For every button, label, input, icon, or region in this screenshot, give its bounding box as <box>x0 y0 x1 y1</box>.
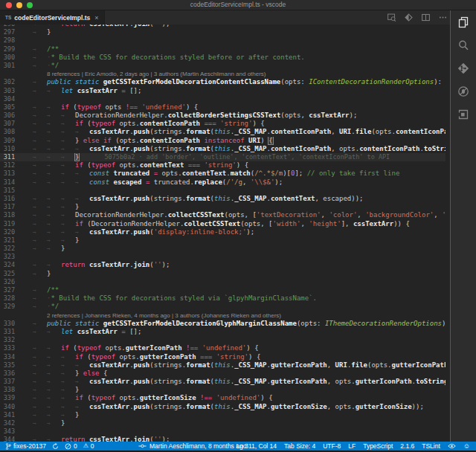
line-number[interactable]: 306 <box>0 112 19 120</box>
line-number[interactable]: 318 <box>0 211 19 219</box>
code-text[interactable]: →→→→cssTextArr.push(strings.format(this.… <box>19 128 446 136</box>
code-text[interactable]: →/** <box>19 45 446 54</box>
code-text[interactable]: →→→} <box>19 386 446 394</box>
code-text[interactable] <box>19 278 446 286</box>
line-number[interactable]: 324 <box>0 261 19 269</box>
line-number[interactable]: 307 <box>0 120 19 128</box>
code-text[interactable]: →→→if (typeof opts.contentIconPath === '… <box>19 120 446 128</box>
code-text[interactable] <box>19 95 446 103</box>
code-text[interactable]: →→→if (typeof opts.contentText === 'stri… <box>19 161 446 170</box>
split-editor-button[interactable] <box>420 13 431 23</box>
line-number[interactable]: 340 <box>0 403 19 411</box>
explorer-button[interactable] <box>457 16 470 29</box>
line-number[interactable]: 321 <box>0 236 19 245</box>
code-text[interactable]: →→→→const escaped = truncated.replace(/'… <box>19 178 446 187</box>
line-number[interactable]: 301 <box>0 62 19 70</box>
line-number[interactable]: 315 <box>0 187 19 195</box>
code-text[interactable]: →→→DecorationRenderHelper.collectBorderS… <box>19 112 446 120</box>
more-actions-button[interactable] <box>437 13 448 23</box>
code-text[interactable]: →→return cssTextArr.join(''); <box>19 261 446 269</box>
code-text[interactable]: →→→} else if (opts.contentIconPath insta… <box>19 137 446 145</box>
code-text[interactable]: →→→}5075b0a2 · add 'border', 'outline', … <box>19 153 446 161</box>
line-number[interactable]: 330 <box>0 320 19 328</box>
codelens-text[interactable]: 2 references | Johannes Rieken, 4 months… <box>19 311 446 320</box>
typescript-version[interactable]: 2.1.6 <box>400 442 414 450</box>
code-text[interactable]: →·*/ <box>19 303 446 311</box>
close-tab-icon[interactable]: × <box>94 14 98 22</box>
code-text[interactable] <box>19 253 446 261</box>
line-number[interactable]: 327 <box>0 286 19 294</box>
tab-size-indicator[interactable]: Tab Size: 4 <box>284 442 315 450</box>
code-text[interactable]: →→→DecorationRenderHelper.collectCSSText… <box>19 211 446 219</box>
tslint-status[interactable]: TSLint <box>422 442 440 450</box>
line-number[interactable]: 344 <box>0 436 19 442</box>
code-text[interactable]: →→if (typeof opts.gutterIconPath !== 'un… <box>19 344 446 352</box>
open-changes-button[interactable] <box>403 13 414 23</box>
line-number[interactable]: 332 <box>0 336 19 344</box>
tab-codeEditorServiceImpl[interactable]: TS codeEditorServiceImpl.ts × <box>0 10 105 25</box>
line-number[interactable]: 316 <box>0 195 19 203</box>
code-text[interactable]: →→let cssTextArr = []; <box>19 87 446 95</box>
cursor-position[interactable]: Ln 311, Col 14 <box>236 442 277 450</box>
line-number[interactable]: 339 <box>0 394 19 402</box>
line-number[interactable]: 298 <box>0 36 19 45</box>
code-text[interactable]: →→→} <box>19 411 446 419</box>
line-number[interactable]: 310 <box>0 145 19 153</box>
line-number[interactable]: 328 <box>0 294 19 303</box>
line-number[interactable]: 329 <box>0 303 19 311</box>
code-text[interactable]: →→} <box>19 419 446 427</box>
line-number[interactable]: 304 <box>0 95 19 103</box>
encoding-indicator[interactable]: UTF-8 <box>323 442 341 450</box>
code-text[interactable] <box>19 187 446 195</box>
line-number[interactable]: 303 <box>0 87 19 95</box>
code-text[interactable]: →} <box>19 270 446 278</box>
line-number[interactable]: 331 <box>0 328 19 336</box>
code-text[interactable]: →→→→cssTextArr.push(strings.format(this.… <box>19 195 446 203</box>
code-text[interactable]: →→→} <box>19 203 446 211</box>
line-number[interactable]: 311 <box>0 153 19 161</box>
line-number[interactable]: 325 <box>0 270 19 278</box>
code-text[interactable]: →→→if (DecorationRenderHelper.collectCSS… <box>19 220 446 228</box>
line-number[interactable]: 323 <box>0 253 19 261</box>
line-number[interactable]: 309 <box>0 137 19 145</box>
line-number[interactable]: 341 <box>0 411 19 419</box>
code-text[interactable]: →→→→cssTextArr.push('display:inline-bloc… <box>19 228 446 236</box>
debug-button[interactable] <box>457 85 470 98</box>
line-number[interactable]: 317 <box>0 203 19 211</box>
line-number[interactable]: 314 <box>0 178 19 187</box>
line-number[interactable]: 342 <box>0 419 19 427</box>
code-text[interactable]: →→→→cssTextArr.push(strings.format(this.… <box>19 145 446 153</box>
line-number[interactable]: 320 <box>0 228 19 236</box>
line-number[interactable]: 313 <box>0 170 19 178</box>
line-number[interactable]: 297 <box>0 28 19 36</box>
line-number[interactable]: 305 <box>0 103 19 112</box>
code-text[interactable]: →→if (typeof opts !== 'undefined') { <box>19 103 446 112</box>
line-number[interactable]: 338 <box>0 386 19 394</box>
line-number[interactable]: 319 <box>0 220 19 228</box>
code-text[interactable]: →→→if (typeof opts.gutterIconPath === 's… <box>19 353 446 361</box>
line-number[interactable]: 299 <box>0 45 19 54</box>
git-branch-status[interactable]: fixes-20137 <box>5 442 46 450</box>
line-number[interactable]: 326 <box>0 278 19 286</box>
code-text[interactable] <box>19 336 446 344</box>
code-text[interactable] <box>19 427 446 436</box>
warning-count[interactable]: ⚠ 0 <box>83 442 94 450</box>
code-text[interactable]: →·*/ <box>19 62 446 70</box>
line-number[interactable] <box>0 70 19 78</box>
blame-status[interactable]: Martin Aeschlimann, 8 months ago <box>149 442 246 450</box>
search-button[interactable] <box>457 39 470 52</box>
language-mode[interactable]: TypeScript <box>363 442 393 450</box>
code-text[interactable]: →public static getCSSTextForModelDecorat… <box>19 78 446 86</box>
eol-indicator[interactable]: LF <box>348 442 356 450</box>
code-text[interactable]: →→let cssTextArr = []; <box>19 328 446 336</box>
line-number[interactable]: 312 <box>0 161 19 170</box>
preview-toggle-button[interactable] <box>448 443 456 449</box>
extensions-button[interactable] <box>457 108 470 121</box>
line-number[interactable]: 335 <box>0 361 19 369</box>
sync-button[interactable] <box>52 443 59 450</box>
code-text[interactable]: →·* Build the CSS for decorations styled… <box>19 54 446 62</box>
code-text[interactable]: →→→→cssTextArr.push(strings.format(this.… <box>19 361 446 369</box>
code-text[interactable]: →→→→cssTextArr.push(strings.format(this.… <box>19 403 446 411</box>
line-number[interactable]: 334 <box>0 353 19 361</box>
line-number[interactable]: 308 <box>0 128 19 136</box>
